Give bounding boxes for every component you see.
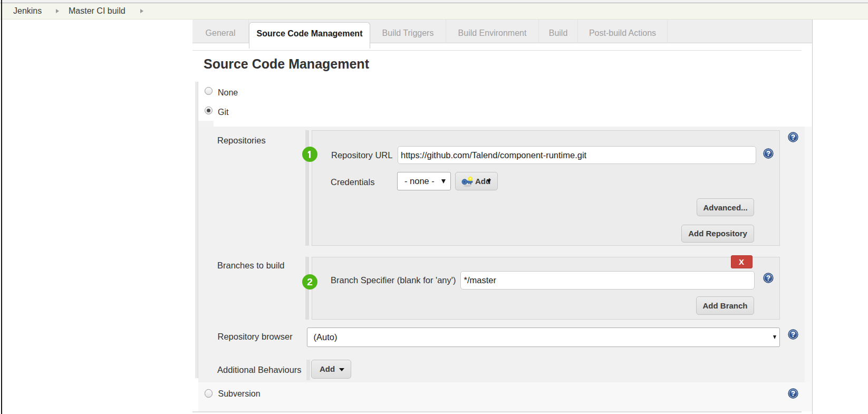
svg-text:?: ? xyxy=(790,330,795,338)
svg-text:?: ? xyxy=(766,274,771,282)
svg-text:?: ? xyxy=(790,389,795,398)
svg-text:?: ? xyxy=(766,149,770,157)
svg-text:?: ? xyxy=(791,133,796,141)
